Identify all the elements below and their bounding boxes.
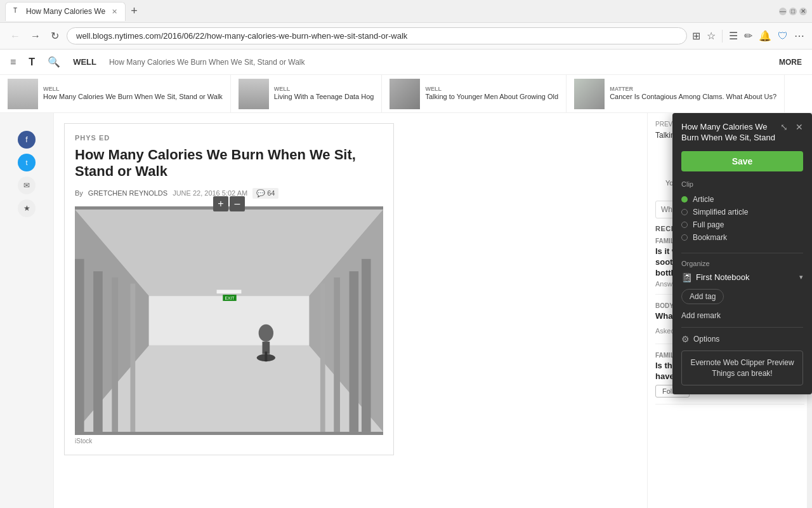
more-options-icon[interactable]: ⋯ <box>794 30 804 42</box>
svg-rect-5 <box>149 296 310 345</box>
options-label: Options <box>693 335 719 344</box>
evernote-header-controls: ⤡ ✕ <box>775 122 803 132</box>
article-illustration: EXIT <box>75 206 383 435</box>
article-author[interactable]: GRETCHEN REYNOLDS <box>88 189 167 197</box>
menu-icon[interactable]: ☰ <box>729 30 738 42</box>
window-controls: — □ ✕ <box>779 8 807 15</box>
clip-option-label-article: Article <box>693 195 714 204</box>
tab-management-icon[interactable]: ⊞ <box>692 30 700 42</box>
notebook-arrow-icon: ▾ <box>799 273 803 281</box>
twitter-share-icon[interactable]: t <box>18 154 36 171</box>
gear-icon: ⚙ <box>681 334 690 344</box>
search-icon[interactable]: 🔍 <box>48 56 60 68</box>
article-thumb-0 <box>8 79 38 109</box>
article-area: PHYS ED How Many Calories We Burn When W… <box>54 113 647 508</box>
notifications-icon[interactable]: 🔔 <box>759 30 771 42</box>
svg-rect-10 <box>362 259 371 432</box>
left-sidebar: f t ✉ ★ <box>0 113 54 508</box>
byline-by: By <box>75 189 83 197</box>
tab-close-button[interactable]: ✕ <box>112 8 117 16</box>
add-remark-button[interactable]: Add remark <box>681 311 721 320</box>
forward-button[interactable]: → <box>28 28 43 44</box>
article-bar-item-0[interactable]: WELL How Many Calories We Burn When We S… <box>0 75 231 112</box>
svg-rect-18 <box>217 290 242 293</box>
clip-section-label: Clip <box>681 180 803 188</box>
svg-rect-11 <box>350 271 359 432</box>
svg-rect-17 <box>265 351 267 361</box>
article-title: How Many Calories We Burn When We Sit, S… <box>75 147 383 180</box>
site-nav-right: MORE <box>779 58 802 67</box>
svg-text:EXIT: EXIT <box>225 296 234 300</box>
email-share-icon[interactable]: ✉ <box>18 177 36 194</box>
article-info-2: WELL Talking to Younger Men About Growin… <box>425 86 558 101</box>
title-bar: T How Many Calories We ✕ + — □ ✕ <box>0 0 812 23</box>
extension-icon[interactable]: 🛡 <box>778 30 788 42</box>
evernote-divider <box>681 253 803 253</box>
maximize-button[interactable]: □ <box>789 8 797 15</box>
back-button[interactable]: ← <box>8 28 23 44</box>
article-info-1: WELL Living With a Teenage Data Hog <box>274 86 374 101</box>
organize-label: Organize <box>681 260 803 267</box>
clip-option-dot-fullpage <box>681 222 688 228</box>
clip-option-bookmark[interactable]: Bookmark <box>681 231 803 244</box>
clip-option-label-simplified: Simplified article <box>693 208 748 217</box>
article-info-0: WELL How Many Calories We Burn When We S… <box>43 86 223 101</box>
svg-rect-13 <box>320 283 325 431</box>
article-section-0: WELL <box>43 86 223 92</box>
article-thumb-1 <box>239 79 269 109</box>
url-bar[interactable] <box>67 27 687 44</box>
more-label[interactable]: MORE <box>779 58 802 67</box>
evernote-header: How Many Calories We Burn When We Sit, S… <box>681 122 803 144</box>
new-tab-button[interactable]: + <box>126 4 143 18</box>
evernote-save-button[interactable]: Save <box>681 151 803 171</box>
article-section-3: MATTER <box>610 86 776 92</box>
notebook-icon: 📓 <box>681 272 692 283</box>
article-title-sm-3: Cancer Is Contagious Among Clams. What A… <box>610 92 776 101</box>
article-title-sm-1: Living With a Teenage Data Hog <box>274 92 374 101</box>
preview-notice: Evernote Web Clipper Preview Things can … <box>681 351 803 386</box>
browser-window: T How Many Calories We ✕ + — □ ✕ ← → ↻ ⊞… <box>0 0 812 508</box>
refresh-button[interactable]: ↻ <box>48 27 62 44</box>
clip-option-dot-article <box>681 196 688 203</box>
main-layout: f t ✉ ★ PHYS ED How Many Calories We Bur… <box>0 113 812 508</box>
zoom-in-button[interactable]: + <box>213 196 228 211</box>
close-button[interactable]: ✕ <box>799 8 807 15</box>
well-section-link[interactable]: WELL <box>73 57 96 67</box>
evernote-close-button[interactable]: ✕ <box>796 122 803 132</box>
nytimes-logo[interactable]: T <box>29 57 35 68</box>
article-section-tag: PHYS ED <box>75 134 383 142</box>
add-tag-button[interactable]: Add tag <box>681 289 724 304</box>
clip-option-simplified[interactable]: Simplified article <box>681 206 803 218</box>
clip-option-label-bookmark: Bookmark <box>693 233 727 242</box>
edit-icon[interactable]: ✏ <box>744 30 752 42</box>
comment-count[interactable]: 💬 64 <box>252 188 278 199</box>
toolbar-separator <box>722 30 723 43</box>
article-bar-item-1[interactable]: WELL Living With a Teenage Data Hog <box>231 75 383 112</box>
evernote-clipper-popup: How Many Calories We Burn When We Sit, S… <box>672 113 812 394</box>
evernote-divider-2 <box>681 327 803 328</box>
article-section-1: WELL <box>274 86 374 92</box>
active-tab[interactable]: T How Many Calories We ✕ <box>5 2 126 21</box>
options-row[interactable]: ⚙ Options <box>681 334 803 344</box>
clip-option-article[interactable]: Article <box>681 193 803 206</box>
article-container: PHYS ED How Many Calories We Burn When W… <box>64 123 394 455</box>
article-thumb-3 <box>574 79 605 109</box>
svg-rect-8 <box>112 277 118 432</box>
evernote-resize-button[interactable]: ⤡ <box>780 122 788 132</box>
notebook-selector[interactable]: 📓 First Notebook ▾ <box>681 272 803 283</box>
minimize-button[interactable]: — <box>779 8 787 15</box>
tab-bar: T How Many Calories We ✕ + <box>5 2 779 21</box>
svg-rect-12 <box>334 277 340 432</box>
facebook-share-icon[interactable]: f <box>18 131 36 149</box>
hamburger-menu-icon[interactable]: ≡ <box>10 57 16 68</box>
clip-option-fullpage[interactable]: Full page <box>681 218 803 231</box>
zoom-out-button[interactable]: – <box>230 196 245 211</box>
article-bar-item-3[interactable]: MATTER Cancer Is Contagious Among Clams.… <box>566 75 785 112</box>
bookmark-icon[interactable]: ☆ <box>707 30 716 42</box>
site-navigation: ≡ T 🔍 WELL How Many Calories We Burn Whe… <box>0 50 812 75</box>
tab-title: How Many Calories We <box>26 7 105 16</box>
save-share-icon[interactable]: ★ <box>18 199 36 217</box>
article-bar-item-2[interactable]: WELL Talking to Younger Men About Growin… <box>382 75 566 112</box>
clip-options: Article Simplified article Full page Boo… <box>681 193 803 244</box>
evernote-popup-title: How Many Calories We Burn When We Sit, S… <box>681 122 775 144</box>
